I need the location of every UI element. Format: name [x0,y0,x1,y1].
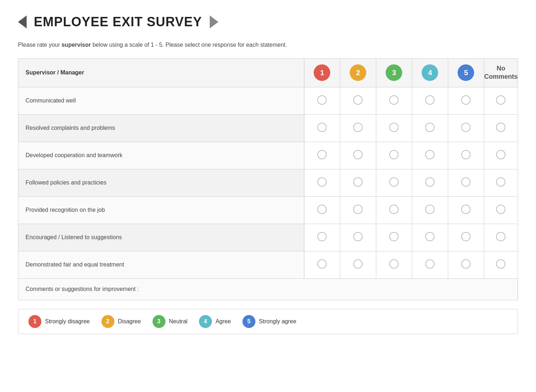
row-label: Provided recognition on the job [18,196,304,224]
radio-option[interactable] [353,177,363,187]
radio-cell[interactable] [340,142,376,169]
radio-cell[interactable] [448,114,484,142]
radio-option[interactable] [317,95,327,105]
radio-cell[interactable] [412,114,448,142]
radio-option[interactable] [461,205,471,214]
radio-cell[interactable] [484,169,518,196]
radio-cell[interactable] [448,87,484,114]
radio-cell[interactable] [340,114,376,142]
radio-option[interactable] [353,205,363,214]
radio-cell[interactable] [304,169,340,196]
radio-option[interactable] [389,232,399,241]
radio-option[interactable] [496,150,505,159]
radio-cell[interactable] [340,87,376,114]
table-row: Communicated well [18,87,518,114]
radio-cell[interactable] [304,114,340,142]
radio-cell[interactable] [340,251,376,278]
radio-cell[interactable] [448,142,484,169]
radio-cell[interactable] [412,169,448,196]
radio-option[interactable] [461,232,471,241]
radio-option[interactable] [425,95,435,105]
radio-cell[interactable] [412,224,448,251]
radio-option[interactable] [353,95,363,105]
subtitle-after: below using a scale of 1 - 5. Please sel… [91,42,287,48]
radio-cell[interactable] [304,224,340,251]
radio-cell[interactable] [412,251,448,278]
radio-option[interactable] [461,123,471,132]
radio-cell[interactable] [448,169,484,196]
radio-cell[interactable] [448,224,484,251]
radio-option[interactable] [353,123,363,132]
radio-option[interactable] [425,177,435,187]
radio-cell[interactable] [376,142,412,169]
radio-cell[interactable] [340,196,376,224]
radio-option[interactable] [389,177,399,187]
radio-cell[interactable] [304,196,340,224]
radio-cell[interactable] [448,251,484,278]
table-row: Encouraged / Listened to suggestions [18,224,518,251]
table-row: Provided recognition on the job [18,196,518,224]
radio-cell[interactable] [484,142,518,169]
radio-option[interactable] [496,123,505,132]
radio-cell[interactable] [376,114,412,142]
radio-option[interactable] [425,259,435,269]
legend-circle: 1 [28,315,41,328]
radio-option[interactable] [353,150,363,159]
radio-option[interactable] [496,95,505,105]
radio-cell[interactable] [448,196,484,224]
radio-option[interactable] [389,150,399,159]
radio-cell[interactable] [412,87,448,114]
radio-cell[interactable] [412,196,448,224]
table-row: Developed cooperation and teamwork [18,142,518,169]
radio-option[interactable] [317,150,327,159]
radio-cell[interactable] [304,142,340,169]
radio-cell[interactable] [376,169,412,196]
radio-option[interactable] [496,259,505,269]
radio-option[interactable] [317,232,327,241]
radio-cell[interactable] [484,87,518,114]
row-label: Developed cooperation and teamwork [18,142,304,169]
radio-cell[interactable] [304,87,340,114]
radio-option[interactable] [461,259,471,269]
rating-badge-5: 5 [458,64,474,81]
radio-cell[interactable] [484,251,518,278]
col-header-1: 1 [304,58,340,87]
radio-option[interactable] [425,205,435,214]
radio-option[interactable] [389,123,399,132]
radio-option[interactable] [461,177,471,187]
legend-row: 1Strongly disagree2Disagree3Neutral4Agre… [18,309,518,334]
radio-option[interactable] [353,259,363,269]
radio-option[interactable] [317,205,327,214]
table-row: Followed policies and practicies [18,169,518,196]
legend-label: Agree [215,318,231,325]
radio-cell[interactable] [340,224,376,251]
radio-cell[interactable] [484,114,518,142]
radio-cell[interactable] [412,142,448,169]
legend-label: Strongly agree [259,318,296,325]
radio-option[interactable] [461,95,471,105]
radio-cell[interactable] [376,251,412,278]
radio-cell[interactable] [376,224,412,251]
radio-option[interactable] [496,177,505,187]
radio-cell[interactable] [484,224,518,251]
radio-option[interactable] [389,205,399,214]
radio-option[interactable] [496,232,505,241]
radio-cell[interactable] [340,169,376,196]
radio-option[interactable] [496,205,505,214]
radio-option[interactable] [425,123,435,132]
radio-cell[interactable] [376,196,412,224]
radio-option[interactable] [317,123,327,132]
supervisor-manager-header: Supervisor / Manager [18,58,304,87]
radio-option[interactable] [425,232,435,241]
radio-cell[interactable] [376,87,412,114]
radio-option[interactable] [389,259,399,269]
radio-option[interactable] [317,177,327,187]
radio-option[interactable] [317,259,327,269]
radio-cell[interactable] [304,251,340,278]
radio-option[interactable] [353,232,363,241]
radio-cell[interactable] [484,196,518,224]
radio-option[interactable] [461,150,471,159]
radio-option[interactable] [425,150,435,159]
radio-option[interactable] [389,95,399,105]
triangle-left-icon [18,15,27,28]
